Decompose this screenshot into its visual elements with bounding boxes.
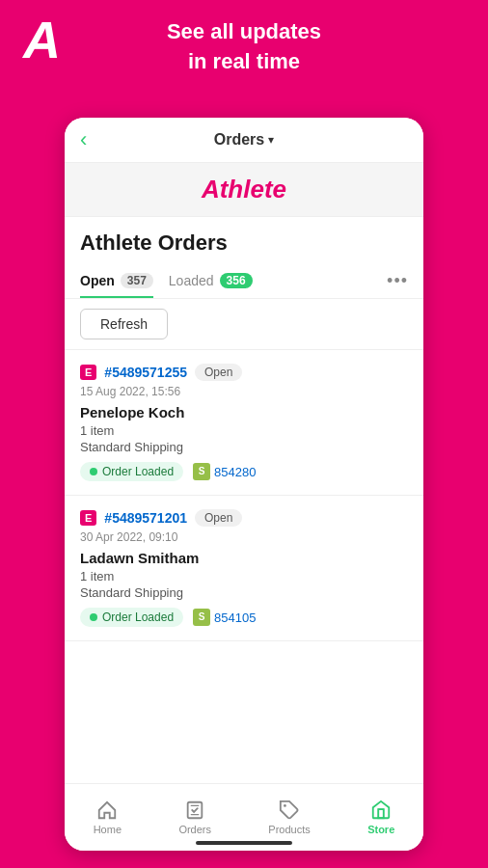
nav-title: Orders: [214, 131, 264, 149]
nav-dropdown-icon[interactable]: ▾: [268, 133, 274, 147]
order-items: 1 item: [80, 423, 408, 438]
bottom-nav-store[interactable]: Store: [358, 794, 404, 841]
order-loaded-badge: Order Loaded: [80, 462, 183, 481]
order-date: 15 Aug 2022, 15:56: [80, 385, 408, 398]
store-icon: [370, 800, 392, 821]
bottom-nav-home-label: Home: [94, 824, 122, 835]
order-status-badge: Open: [195, 509, 242, 527]
svg-rect-6: [378, 809, 384, 818]
brand-area: Athlete: [65, 163, 423, 217]
orders-icon: [184, 800, 205, 821]
svg-text:S: S: [199, 466, 205, 476]
orders-list: E #5489571255 Open 15 Aug 2022, 15:56 Pe…: [65, 350, 423, 765]
header-tagline: See all updates in real time: [0, 17, 488, 77]
home-icon: [96, 800, 118, 821]
page-title: Athlete Orders: [80, 231, 408, 256]
tab-open-badge: 357: [121, 273, 153, 288]
svg-text:S: S: [199, 611, 205, 622]
back-button[interactable]: ‹: [80, 127, 87, 152]
order-items: 1 item: [80, 569, 408, 583]
tabs-more-button[interactable]: •••: [387, 271, 408, 291]
bottom-nav-products[interactable]: Products: [258, 794, 319, 841]
bottom-nav-store-label: Store: [367, 824, 394, 835]
order-loaded-badge: Order Loaded: [80, 608, 183, 627]
brand-name: Athlete: [202, 175, 286, 203]
nav-bar: ‹ Orders ▾: [65, 118, 423, 163]
tab-loaded-badge: 356: [220, 273, 253, 288]
order-shipping: Standard Shipping: [80, 585, 408, 600]
order-customer: Ladawn Smitham: [80, 550, 408, 566]
order-card: E #5489571255 Open 15 Aug 2022, 15:56 Pe…: [65, 350, 423, 496]
refresh-button[interactable]: Refresh: [80, 309, 168, 339]
order-number[interactable]: #5489571255: [104, 365, 187, 380]
shopify-link[interactable]: S 854105: [193, 609, 256, 626]
bottom-nav-home[interactable]: Home: [84, 794, 131, 841]
tabs-area: Open 357 Loaded 356 •••: [65, 263, 423, 299]
home-indicator: [196, 841, 292, 845]
tab-open[interactable]: Open 357: [80, 263, 153, 298]
shopify-icon: S: [193, 609, 210, 626]
phone-frame: ‹ Orders ▾ Athlete Athlete Orders Open 3…: [65, 118, 423, 851]
bottom-nav-orders[interactable]: Orders: [169, 794, 221, 841]
bottom-nav-products-label: Products: [268, 824, 310, 835]
order-status-badge: Open: [195, 364, 242, 381]
order-source-badge: E: [80, 365, 96, 380]
order-date: 30 Apr 2022, 09:10: [80, 530, 408, 544]
shopify-icon: S: [193, 463, 210, 480]
tab-loaded[interactable]: Loaded 356: [169, 263, 253, 298]
order-card: E #5489571201 Open 30 Apr 2022, 09:10 La…: [65, 496, 423, 641]
products-icon: [279, 800, 300, 821]
refresh-area: Refresh: [65, 299, 423, 350]
svg-point-5: [284, 804, 286, 807]
order-shipping: Standard Shipping: [80, 440, 408, 454]
shopify-link[interactable]: S 854280: [193, 463, 256, 480]
page-title-area: Athlete Orders: [65, 217, 423, 263]
bottom-nav-orders-label: Orders: [178, 824, 211, 835]
order-source-badge: E: [80, 510, 96, 526]
order-number[interactable]: #5489571201: [104, 510, 187, 526]
order-customer: Penelope Koch: [80, 404, 408, 420]
